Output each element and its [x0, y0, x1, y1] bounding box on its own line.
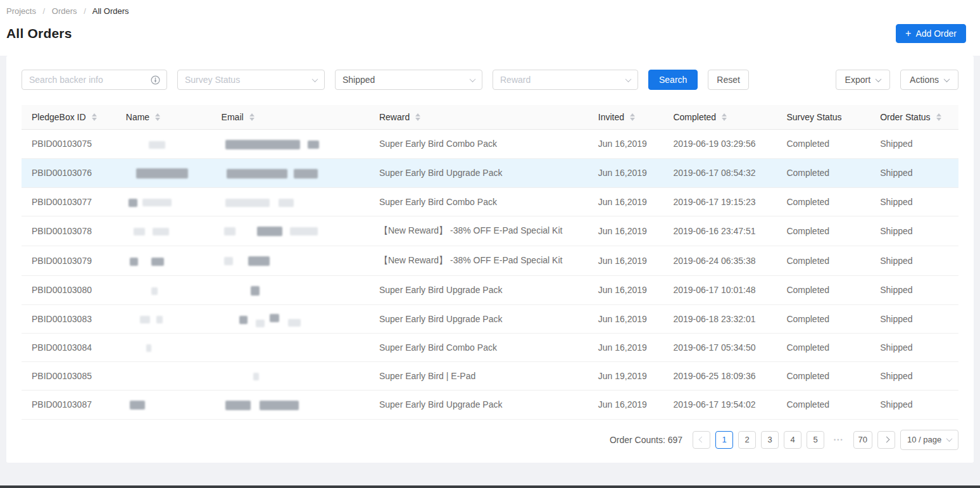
- reward-placeholder: Reward: [500, 75, 531, 85]
- redacted-text-block: [225, 401, 251, 410]
- pagination-ellipsis[interactable]: •••: [829, 431, 848, 449]
- column-header-completed[interactable]: Completed: [663, 105, 776, 130]
- sort-icon: [92, 113, 97, 121]
- column-header-order-status[interactable]: Order Status: [870, 105, 958, 130]
- cell-survey-status: Completed: [776, 361, 870, 390]
- redacted-text-block: [225, 199, 270, 207]
- cell-survey-status: Completed: [776, 130, 870, 159]
- info-icon[interactable]: [151, 75, 160, 85]
- orders-table: PledgeBox ID Name Email Reward Invited C…: [22, 105, 958, 420]
- breadcrumb-item-orders[interactable]: Orders: [52, 6, 77, 16]
- cell-completed: 2019-06-17 05:34:50: [663, 333, 776, 361]
- order-status-select[interactable]: Shipped: [335, 70, 482, 90]
- cell-survey-status: Completed: [776, 276, 870, 305]
- cell-pledgebox-id: PBID00103075: [22, 130, 116, 159]
- cell-invited: Jun 16,2019: [588, 130, 663, 159]
- cell-email-redacted: [211, 333, 369, 361]
- add-order-button[interactable]: + Add Order: [896, 24, 966, 43]
- cell-name-redacted: [116, 158, 211, 187]
- redacted-text-block: [153, 228, 169, 235]
- cell-reward: Super Early Bird Combo Pack: [369, 130, 588, 159]
- page-title: All Orders: [6, 26, 72, 41]
- redacted-text-block: [146, 344, 151, 352]
- cell-invited: Jun 19,2019: [588, 361, 663, 390]
- redacted-text-block: [225, 140, 300, 149]
- cell-name-redacted: [116, 276, 211, 305]
- cell-completed: 2019-06-17 08:54:32: [663, 158, 776, 187]
- cell-survey-status: Completed: [776, 304, 870, 333]
- pagination-page-button-2[interactable]: 2: [738, 431, 756, 449]
- table-row[interactable]: PBID00103085 Super Early Bird | E-Pad Ju…: [22, 361, 958, 390]
- sort-icon: [415, 113, 420, 121]
- cell-survey-status: Completed: [776, 246, 870, 276]
- cell-email-redacted: [211, 130, 369, 159]
- column-header-email[interactable]: Email: [211, 105, 369, 130]
- table-row[interactable]: PBID00103083 Super Early Bird Upgrade Pa…: [22, 304, 958, 333]
- survey-status-select[interactable]: Survey Status: [177, 70, 325, 90]
- page-size-select[interactable]: 10 / page: [900, 430, 958, 450]
- export-button[interactable]: Export: [836, 70, 890, 90]
- search-button[interactable]: Search: [648, 70, 698, 90]
- table-row[interactable]: PBID00103075 Super Early Bird Combo Pack…: [22, 130, 958, 159]
- cell-invited: Jun 16,2019: [588, 390, 663, 419]
- pagination-prev-button[interactable]: [693, 431, 710, 449]
- table-row[interactable]: PBID00103084 Super Early Bird Combo Pack…: [22, 333, 958, 361]
- table-row[interactable]: PBID00103077 Super Early Bird Combo Pack…: [22, 188, 958, 216]
- cell-survey-status: Completed: [776, 390, 870, 419]
- pagination-page-button-4[interactable]: 4: [784, 431, 801, 449]
- pagination-page-button-5[interactable]: 5: [807, 431, 824, 449]
- column-header-invited[interactable]: Invited: [588, 105, 663, 130]
- pagination-bar: Order Counts: 697 12345 ••• 70 10 / page: [22, 430, 958, 450]
- table-body: PBID00103075 Super Early Bird Combo Pack…: [22, 130, 958, 420]
- redacted-text-block: [253, 373, 259, 380]
- cell-reward: 【New Reward】 -38% OFF E-Pad Special Kit: [369, 246, 588, 276]
- column-header-reward[interactable]: Reward: [369, 105, 588, 130]
- pagination-page-button-1[interactable]: 1: [715, 431, 733, 449]
- cell-order-status: Shipped: [870, 130, 958, 159]
- breadcrumb-separator: /: [43, 6, 46, 16]
- column-header-pledgebox-id[interactable]: PledgeBox ID: [22, 105, 116, 130]
- table-row[interactable]: PBID00103078 【New Reward】 -38% OFF E-Pad…: [22, 216, 958, 246]
- export-label: Export: [845, 75, 870, 85]
- order-status-value: Shipped: [342, 75, 375, 85]
- reset-button[interactable]: Reset: [708, 70, 749, 90]
- cell-reward: Super Early Bird Upgrade Pack: [369, 158, 588, 187]
- redacted-text-block: [257, 227, 282, 236]
- actions-button[interactable]: Actions: [900, 70, 958, 90]
- bottom-edge-bar: [0, 485, 980, 488]
- cell-name-redacted: [116, 188, 211, 216]
- cell-completed: 2019-06-17 10:01:48: [663, 276, 776, 305]
- redacted-text-block: [130, 258, 138, 266]
- pagination-last-page-button[interactable]: 70: [853, 431, 872, 449]
- redacted-text-block: [227, 169, 287, 178]
- cell-order-status: Shipped: [870, 188, 958, 216]
- redacted-text-block: [279, 199, 294, 207]
- backer-search-field[interactable]: [22, 70, 167, 90]
- search-input[interactable]: [29, 75, 151, 85]
- cell-name-redacted: [116, 216, 211, 246]
- table-row[interactable]: PBID00103080 Super Early Bird Upgrade Pa…: [22, 276, 958, 305]
- cell-completed: 2019-06-24 06:35:38: [663, 246, 776, 276]
- redacted-text-block: [260, 401, 299, 410]
- cell-completed: 2019-06-17 19:54:02: [663, 390, 776, 419]
- cell-completed: 2019-06-25 18:09:36: [663, 361, 776, 390]
- cell-reward: Super Early Bird Upgrade Pack: [369, 276, 588, 305]
- plus-icon: +: [905, 28, 911, 39]
- redacted-text-block: [270, 314, 279, 322]
- pagination-page-button-3[interactable]: 3: [761, 431, 779, 449]
- table-row[interactable]: PBID00103087 Super Early Bird Upgrade Pa…: [22, 390, 958, 419]
- cell-reward: 【New Reward】 -38% OFF E-Pad Special Kit: [369, 216, 588, 246]
- column-header-name[interactable]: Name: [116, 105, 211, 130]
- reward-select[interactable]: Reward: [493, 70, 638, 90]
- redacted-text-block: [224, 257, 233, 265]
- cell-completed: 2019-06-19 03:29:56: [663, 130, 776, 159]
- table-row[interactable]: PBID00103076 Super Early Bird Upgrade Pa…: [22, 158, 958, 187]
- pagination-next-button[interactable]: [877, 431, 895, 449]
- cell-reward: Super Early Bird | E-Pad: [369, 361, 588, 390]
- breadcrumb-item-projects[interactable]: Projects: [6, 6, 36, 16]
- cell-email-redacted: [211, 304, 369, 333]
- cell-name-redacted: [116, 130, 211, 159]
- redacted-text-block: [142, 199, 172, 206]
- table-row[interactable]: PBID00103079 【New Reward】 -38% OFF E-Pad…: [22, 246, 958, 276]
- cell-invited: Jun 16,2019: [588, 158, 663, 187]
